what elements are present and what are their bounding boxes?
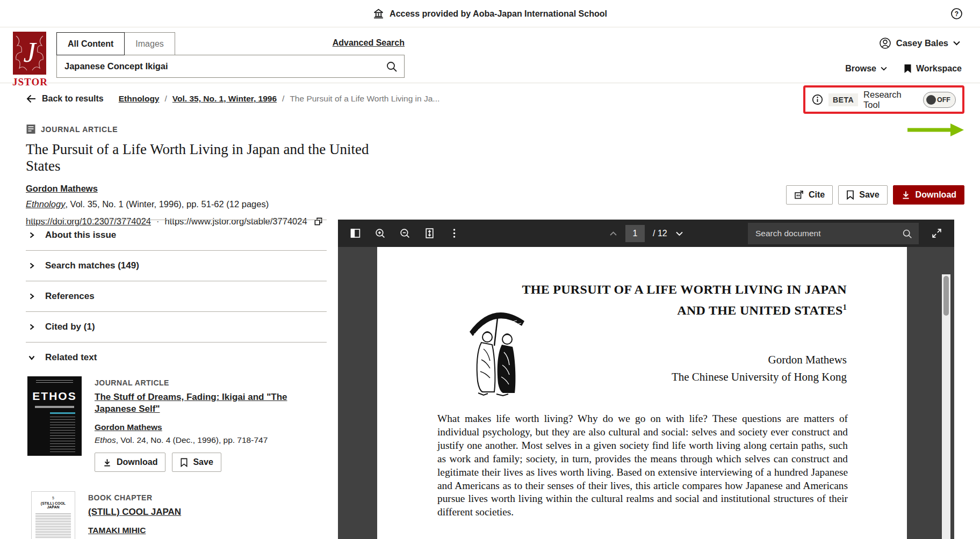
breadcrumb-issue-link[interactable]: Vol. 35, No. 1, Winter, 1996 xyxy=(172,94,277,104)
pdf-page: THE PURSUIT OF A LIFE WORTH LIVING IN JA… xyxy=(377,247,907,539)
back-arrow-icon xyxy=(26,94,37,104)
jstor-logo-block: J xyxy=(13,32,46,75)
bookmark-icon xyxy=(904,64,912,74)
tab-images[interactable]: Images xyxy=(124,32,175,55)
page-navigation: 1 / 12 xyxy=(609,220,683,247)
help-icon[interactable]: ? xyxy=(950,8,963,20)
download-icon xyxy=(103,458,112,467)
page-down-icon[interactable] xyxy=(675,231,683,236)
page-up-icon[interactable] xyxy=(609,231,617,236)
related-cover-thumbnail[interactable]: ETHOS xyxy=(27,376,82,456)
tab-all-content[interactable]: All Content xyxy=(56,32,125,55)
related-item: 5 (STILL) COOL JAPAN BOOK CHAPTER (STILL… xyxy=(26,491,327,539)
bookmark-icon xyxy=(180,458,188,467)
breadcrumb-separator: / xyxy=(282,94,284,104)
toggle-knob xyxy=(926,95,936,105)
related-download-button[interactable]: Download xyxy=(95,453,165,472)
cite-icon xyxy=(794,190,804,200)
woodblock-illustration xyxy=(462,304,532,396)
chevron-down-icon xyxy=(881,67,887,71)
document-search-bar xyxy=(748,223,919,244)
breadcrumb: Back to results Ethnology / Vol. 35, No.… xyxy=(26,94,439,104)
workspace-link[interactable]: Workspace xyxy=(904,64,962,74)
site-header: J JSTOR All Content Images Advanced Sear… xyxy=(0,27,980,83)
pdf-toolbar: 1 / 12 xyxy=(338,220,954,247)
accordion-about-this-issue[interactable]: About this issue xyxy=(26,220,327,250)
jstor-wordmark: JSTOR xyxy=(12,76,47,88)
pdf-body-text: What makes life worth living? Why do we … xyxy=(437,412,848,519)
back-to-results-link[interactable]: Back to results xyxy=(26,94,104,104)
thumb-page-number: 5 xyxy=(35,496,71,500)
institution-access-text: Access provided by Aoba-Japan Internatio… xyxy=(390,9,607,19)
related-author-link[interactable]: TAMAKI MIHIC xyxy=(88,526,146,535)
account-icon xyxy=(879,37,891,49)
svg-text:?: ? xyxy=(955,10,959,18)
institution-icon xyxy=(373,8,384,19)
more-options-icon[interactable] xyxy=(449,228,460,239)
breadcrumb-separator: / xyxy=(165,94,167,104)
fit-page-icon[interactable] xyxy=(424,228,435,239)
breadcrumb-current: The Pursuit of a Life Worth Living in Ja… xyxy=(290,94,439,104)
journal-title-link[interactable]: Ethnology xyxy=(26,199,65,209)
related-author-link[interactable]: Gordon Mathews xyxy=(95,423,162,432)
search-icon[interactable] xyxy=(902,229,919,239)
accordion-search-matches[interactable]: Search matches (149) xyxy=(26,250,327,281)
journal-article-icon xyxy=(26,124,36,134)
page-number-input[interactable]: 1 xyxy=(625,225,645,242)
toggle-state-label: OFF xyxy=(937,96,950,104)
info-icon[interactable] xyxy=(812,94,823,105)
chevron-right-icon xyxy=(28,293,35,300)
search-scope-tabs: All Content Images xyxy=(56,32,175,55)
save-button[interactable]: Save xyxy=(838,185,887,205)
page-total: / 12 xyxy=(653,229,667,238)
chevron-right-icon xyxy=(28,323,35,331)
user-menu[interactable]: Casey Bales xyxy=(879,37,960,49)
cover-title: ETHOS xyxy=(31,390,78,403)
fullscreen-icon[interactable] xyxy=(931,228,942,239)
pdf-document-area: THE PURSUIT OF A LIFE WORTH LIVING IN JA… xyxy=(338,247,954,539)
related-citation: Ethos, Vol. 24, No. 4 (Dec., 1996), pp. … xyxy=(95,435,327,445)
related-save-button[interactable]: Save xyxy=(172,453,221,472)
download-icon xyxy=(901,190,911,200)
zoom-out-icon[interactable] xyxy=(399,228,410,239)
accordion-references[interactable]: References xyxy=(26,281,327,311)
beta-badge: BETA xyxy=(828,93,858,106)
accordion-cited-by[interactable]: Cited by (1) xyxy=(26,311,327,342)
related-type-label: JOURNAL ARTICLE xyxy=(95,378,327,387)
article-header: JOURNAL ARTICLE The Pursuit of a Life Wo… xyxy=(26,124,402,227)
search-icon xyxy=(386,61,398,72)
scrollbar-thumb[interactable] xyxy=(943,276,949,316)
research-tool-label: Research Tool xyxy=(863,90,918,110)
chevron-right-icon xyxy=(28,231,35,239)
jstor-logo[interactable]: J JSTOR xyxy=(12,32,47,88)
institution-banner: Access provided by Aoba-Japan Internatio… xyxy=(0,0,980,27)
workspace-label: Workspace xyxy=(916,64,962,74)
browse-menu[interactable]: Browse xyxy=(845,64,887,74)
related-chapter-thumbnail[interactable]: 5 (STILL) COOL JAPAN xyxy=(31,491,75,539)
zoom-in-icon[interactable] xyxy=(374,228,386,239)
cite-button[interactable]: Cite xyxy=(786,185,833,205)
document-search-input[interactable] xyxy=(748,229,902,238)
search-bar xyxy=(56,55,405,78)
advanced-search-link[interactable]: Advanced Search xyxy=(329,38,405,48)
pdf-scrollbar[interactable] xyxy=(942,274,950,539)
research-tool-panel: BETA Research Tool OFF xyxy=(803,85,964,114)
related-article-link[interactable]: The Stuff of Dreams, Fading: Ikigai and … xyxy=(95,391,327,415)
article-author-link[interactable]: Gordon Mathews xyxy=(26,184,98,194)
pdf-viewer: 1 / 12 THE PURSUIT OF A LIFE WORTH LIVIN… xyxy=(338,220,954,539)
related-chapter-link[interactable]: (STILL) COOL JAPAN xyxy=(88,506,181,518)
browse-label: Browse xyxy=(845,64,876,74)
annotation-green-arrow xyxy=(906,123,964,137)
related-type-label: BOOK CHAPTER xyxy=(88,493,320,502)
research-tool-toggle[interactable]: OFF xyxy=(923,92,956,108)
pdf-author-block: Gordon Mathews The Chinese University of… xyxy=(672,351,847,385)
thumbnails-panel-icon[interactable] xyxy=(350,228,361,239)
search-input[interactable] xyxy=(57,55,379,77)
search-submit-button[interactable] xyxy=(379,55,404,77)
accordion-related-text[interactable]: Related text xyxy=(26,342,327,373)
chevron-right-icon xyxy=(28,262,35,270)
article-title: The Pursuit of a Life Worth Living in Ja… xyxy=(26,141,402,174)
article-citation: Ethnology, Vol. 35, No. 1 (Winter, 1996)… xyxy=(26,199,402,209)
breadcrumb-journal-link[interactable]: Ethnology xyxy=(119,94,160,104)
download-button[interactable]: Download xyxy=(893,185,964,205)
